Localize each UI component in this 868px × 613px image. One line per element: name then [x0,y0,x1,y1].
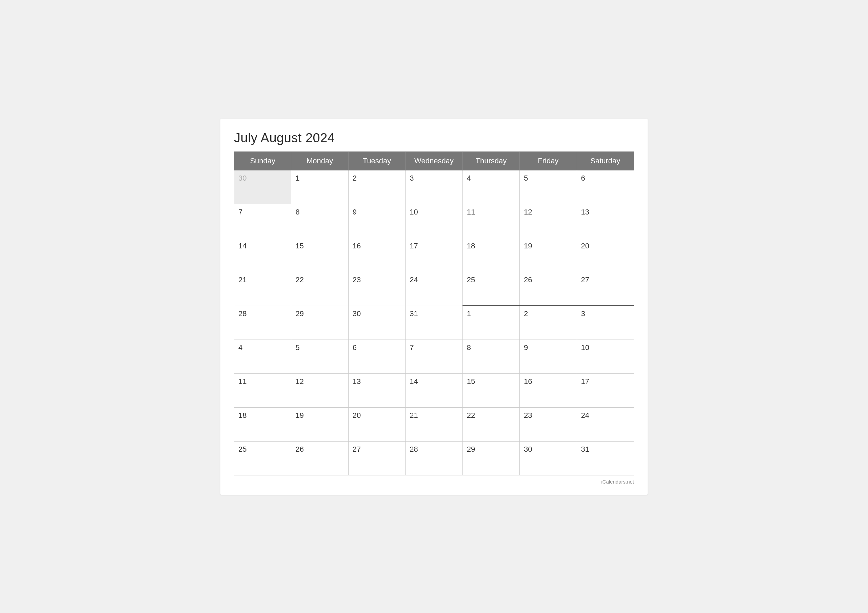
calendar-day-cell[interactable]: 31 [577,441,634,475]
calendar-day-cell[interactable]: 26 [520,272,577,306]
calendar-day-cell[interactable]: 28 [234,306,291,339]
column-header-sunday: Sunday [234,152,291,170]
calendar-body: 3012345678910111213141516171819202122232… [234,170,634,475]
calendar-container: July August 2024 SundayMondayTuesdayWedn… [220,119,648,495]
calendar-day-cell[interactable]: 30 [234,170,291,204]
calendar-day-cell[interactable]: 18 [462,238,519,272]
calendar-day-cell[interactable]: 28 [406,441,462,475]
calendar-week-row: 25262728293031 [234,441,634,475]
column-header-friday: Friday [520,152,577,170]
calendar-day-cell[interactable]: 31 [406,306,462,339]
calendar-day-cell[interactable]: 1 [462,306,519,339]
calendar-day-cell[interactable]: 24 [406,272,462,306]
calendar-day-cell[interactable]: 29 [462,441,519,475]
calendar-day-cell[interactable]: 4 [462,170,519,204]
calendar-day-cell[interactable]: 27 [348,441,405,475]
calendar-day-cell[interactable]: 20 [348,407,405,441]
calendar-day-cell[interactable]: 27 [577,272,634,306]
calendar-week-row: 28293031123 [234,306,634,339]
calendar-day-cell[interactable]: 12 [291,373,348,407]
column-header-thursday: Thursday [462,152,519,170]
column-header-wednesday: Wednesday [406,152,462,170]
column-header-monday: Monday [291,152,348,170]
calendar-day-cell[interactable]: 17 [406,238,462,272]
header-row: SundayMondayTuesdayWednesdayThursdayFrid… [234,152,634,170]
calendar-day-cell[interactable]: 8 [291,204,348,238]
calendar-day-cell[interactable]: 2 [348,170,405,204]
calendar-header: SundayMondayTuesdayWednesdayThursdayFrid… [234,152,634,170]
calendar-day-cell[interactable]: 6 [348,339,405,373]
calendar-day-cell[interactable]: 20 [577,238,634,272]
calendar-day-cell[interactable]: 16 [520,373,577,407]
calendar-day-cell[interactable]: 9 [520,339,577,373]
calendar-title: July August 2024 [234,131,634,146]
calendar-day-cell[interactable]: 14 [406,373,462,407]
calendar-day-cell[interactable]: 30 [348,306,405,339]
footer-text: iCalendars.net [234,479,634,485]
calendar-day-cell[interactable]: 13 [577,204,634,238]
calendar-day-cell[interactable]: 9 [348,204,405,238]
calendar-day-cell[interactable]: 17 [577,373,634,407]
calendar-day-cell[interactable]: 25 [234,441,291,475]
calendar-day-cell[interactable]: 22 [462,407,519,441]
calendar-week-row: 11121314151617 [234,373,634,407]
calendar-day-cell[interactable]: 16 [348,238,405,272]
calendar-day-cell[interactable]: 15 [291,238,348,272]
calendar-day-cell[interactable]: 23 [348,272,405,306]
column-header-tuesday: Tuesday [348,152,405,170]
calendar-week-row: 21222324252627 [234,272,634,306]
calendar-day-cell[interactable]: 11 [234,373,291,407]
calendar-day-cell[interactable]: 6 [577,170,634,204]
calendar-week-row: 14151617181920 [234,238,634,272]
calendar-day-cell[interactable]: 21 [234,272,291,306]
calendar-week-row: 78910111213 [234,204,634,238]
calendar-day-cell[interactable]: 7 [406,339,462,373]
calendar-day-cell[interactable]: 10 [406,204,462,238]
calendar-day-cell[interactable]: 14 [234,238,291,272]
calendar-day-cell[interactable]: 8 [462,339,519,373]
calendar-day-cell[interactable]: 4 [234,339,291,373]
calendar-day-cell[interactable]: 18 [234,407,291,441]
calendar-day-cell[interactable]: 22 [291,272,348,306]
calendar-week-row: 45678910 [234,339,634,373]
calendar-week-row: 30123456 [234,170,634,204]
calendar-day-cell[interactable]: 29 [291,306,348,339]
calendar-day-cell[interactable]: 3 [406,170,462,204]
calendar-day-cell[interactable]: 1 [291,170,348,204]
calendar-week-row: 18192021222324 [234,407,634,441]
calendar-day-cell[interactable]: 26 [291,441,348,475]
calendar-day-cell[interactable]: 25 [462,272,519,306]
calendar-day-cell[interactable]: 23 [520,407,577,441]
calendar-day-cell[interactable]: 5 [291,339,348,373]
calendar-day-cell[interactable]: 3 [577,306,634,339]
calendar-day-cell[interactable]: 12 [520,204,577,238]
calendar-day-cell[interactable]: 2 [520,306,577,339]
calendar-day-cell[interactable]: 24 [577,407,634,441]
calendar-day-cell[interactable]: 15 [462,373,519,407]
calendar-day-cell[interactable]: 19 [291,407,348,441]
calendar-day-cell[interactable]: 19 [520,238,577,272]
calendar-day-cell[interactable]: 10 [577,339,634,373]
calendar-day-cell[interactable]: 5 [520,170,577,204]
calendar-table: SundayMondayTuesdayWednesdayThursdayFrid… [234,152,634,475]
calendar-day-cell[interactable]: 11 [462,204,519,238]
calendar-day-cell[interactable]: 21 [406,407,462,441]
column-header-saturday: Saturday [577,152,634,170]
calendar-day-cell[interactable]: 13 [348,373,405,407]
calendar-day-cell[interactable]: 7 [234,204,291,238]
calendar-day-cell[interactable]: 30 [520,441,577,475]
